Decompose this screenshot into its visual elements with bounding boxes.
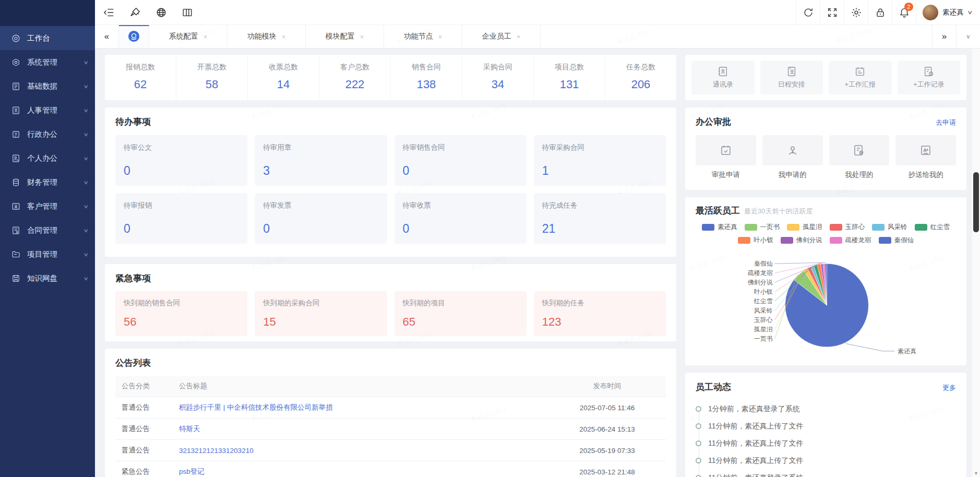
announcement-link[interactable]: 积跬步行千里 | 中企科信技术股份有限公司新举措 xyxy=(179,403,333,411)
legend-item[interactable]: 孤星泪 xyxy=(787,223,822,232)
approval-my-processed[interactable]: 我处理的 xyxy=(829,135,890,180)
sidebar-item-admin[interactable]: 行政办公 ∨ xyxy=(0,122,95,146)
legend-item[interactable]: 秦假仙 xyxy=(879,236,914,245)
stat-invoice-out[interactable]: 开票总数 58 xyxy=(176,55,248,100)
announcement-link[interactable]: 3213212121331203210 xyxy=(179,447,254,455)
more-link[interactable]: 更多 xyxy=(942,383,956,392)
go-apply-link[interactable]: 去申请 xyxy=(936,118,956,127)
legend-item[interactable]: 一页书 xyxy=(745,223,780,232)
legend-item[interactable]: 佛剑分说 xyxy=(781,236,822,245)
tabs-scroll-left-button[interactable]: « xyxy=(95,25,119,48)
sidebar-item-hr[interactable]: 人事管理 ∨ xyxy=(0,98,95,122)
announcement-table: 公告分类 公告标题 发布时间 普通公告 积跬步行千里 | 中企科信技术股份有限公… xyxy=(115,376,666,477)
close-icon[interactable]: × xyxy=(438,33,443,41)
stat-reimburse[interactable]: 报销总数 62 xyxy=(105,55,176,100)
stat-customers[interactable]: 客户总数 222 xyxy=(319,55,391,100)
tab-module-config[interactable]: 模块配置 × xyxy=(306,25,384,48)
chevron-down-icon: ∨ xyxy=(83,108,88,113)
stat-sales-contracts[interactable]: 销售合同 138 xyxy=(391,55,462,100)
announcement-link[interactable]: 特斯天 xyxy=(179,425,200,433)
tab-home[interactable] xyxy=(119,25,149,48)
legend-item[interactable]: 素还真 xyxy=(702,223,737,232)
user-menu[interactable]: 素还真 ∨ xyxy=(916,0,980,25)
stat-tasks[interactable]: 任务总数 206 xyxy=(605,55,676,100)
scrollbar-down-arrow[interactable]: ▼ xyxy=(972,471,980,476)
approval-my-applications[interactable]: 我申请的 xyxy=(762,135,823,180)
approval-apply[interactable]: 审批申请 xyxy=(696,135,756,180)
lock-screen-button[interactable] xyxy=(868,0,892,25)
collapse-menu-icon[interactable] xyxy=(103,7,115,18)
stat-purchase-contracts[interactable]: 采购合同 34 xyxy=(462,55,534,100)
quick-action-work-record[interactable]: +工作记录 xyxy=(898,61,961,94)
hr-icon xyxy=(11,106,20,115)
stat-invoice-in[interactable]: 收票总数 14 xyxy=(248,55,319,100)
urgent-sales-contract[interactable]: 快到期的销售合同 56 xyxy=(115,291,247,336)
sidebar-item-finance[interactable]: 财务管理 ∨ xyxy=(0,170,95,194)
tab-bar: « 系统配置 × 功能模块 × 模块配置 × 功能节点 × 企业员工 × » ∨ xyxy=(95,25,980,49)
legend-chip xyxy=(787,224,799,231)
fullscreen-button[interactable] xyxy=(820,0,844,25)
tab-enterprise-employee[interactable]: 企业员工 × xyxy=(462,25,541,48)
legend-item[interactable]: 红尘雪 xyxy=(915,223,950,232)
todo-item-document[interactable]: 待审公文 0 xyxy=(115,135,247,186)
todo-item-invoice[interactable]: 待审发票 0 xyxy=(255,193,387,244)
scrollbar-thumb[interactable] xyxy=(973,172,979,232)
sidebar-item-personal[interactable]: 个人办公 ∨ xyxy=(0,146,95,170)
legend-item[interactable]: 玉辞心 xyxy=(830,223,865,232)
refresh-button[interactable] xyxy=(796,0,820,25)
quick-action-contacts[interactable]: 通讯录 xyxy=(691,61,755,94)
tab-function-node[interactable]: 功能节点 × xyxy=(384,25,462,48)
todo-item-reimburse[interactable]: 待审报销 0 xyxy=(115,193,247,244)
legend-item[interactable]: 叶小钗 xyxy=(738,236,773,245)
close-icon[interactable]: × xyxy=(282,33,286,41)
pie-label: 秦假仙 xyxy=(754,260,773,267)
pie-label: 孤星泪 xyxy=(754,326,773,333)
urgent-label: 快到期的采购合同 xyxy=(263,299,378,308)
tab-function-module[interactable]: 功能模块 × xyxy=(228,25,306,48)
sidebar-item-system[interactable]: 系统管理 ∨ xyxy=(0,50,95,74)
todo-item-seal[interactable]: 待审用章 3 xyxy=(255,135,387,186)
close-icon[interactable]: × xyxy=(204,33,208,41)
sidebar-item-label: 财务管理 xyxy=(27,177,57,187)
urgent-purchase-contract[interactable]: 快到期的采购合同 15 xyxy=(255,291,387,336)
sidebar-item-base-data[interactable]: 基础数据 ∨ xyxy=(0,74,95,98)
chevron-down-icon: ∨ xyxy=(83,132,88,137)
announcement-link[interactable]: psb登记 xyxy=(179,468,205,475)
sidebar-item-workbench[interactable]: 工作台 xyxy=(0,26,95,50)
close-icon[interactable]: × xyxy=(517,33,521,41)
sidebar-item-customer[interactable]: 客户管理 ∨ xyxy=(0,194,95,218)
table-row: 普通公告 特斯天 2025-06-24 15:13 xyxy=(115,419,666,440)
language-globe-icon[interactable] xyxy=(156,7,167,18)
sidebar-item-knowledge[interactable]: 知识网盘 ∨ xyxy=(0,266,95,290)
tabs-dropdown-button[interactable]: ∨ xyxy=(956,25,980,48)
theme-brush-icon[interactable] xyxy=(129,7,141,18)
table-header-row: 公告分类 公告标题 发布时间 xyxy=(115,376,666,397)
urgent-project[interactable]: 快到期的项目 65 xyxy=(395,291,527,336)
quick-action-work-report[interactable]: +工作汇报 xyxy=(829,61,892,94)
close-icon[interactable]: × xyxy=(360,33,364,41)
tabs-scroll-right-button[interactable]: » xyxy=(932,25,956,48)
sidebar-item-label: 工作台 xyxy=(27,33,50,43)
quick-action-label: +工作记录 xyxy=(913,80,945,89)
stat-projects[interactable]: 项目总数 131 xyxy=(534,55,605,100)
legend-item[interactable]: 风采铃 xyxy=(872,223,907,232)
page-scrollbar[interactable]: ▼ xyxy=(972,49,980,477)
urgent-task[interactable]: 快到期的任务 123 xyxy=(534,291,666,336)
sidebar-item-contract[interactable]: 合同管理 ∨ xyxy=(0,218,95,242)
todo-item-task[interactable]: 待完成任务 21 xyxy=(534,193,666,244)
legend-item[interactable]: 疏楼龙宿 xyxy=(830,236,871,245)
sidebar-item-project[interactable]: 项目管理 ∨ xyxy=(0,242,95,266)
active-employees-card: 最活跃员工 最近30天前十的活跃度 素还真 一页书 孤星泪 玉辞心 风采铃 红尘… xyxy=(685,197,966,365)
legend-chip xyxy=(830,224,842,231)
sidebar-logo xyxy=(0,0,95,26)
notifications-button[interactable]: 2 xyxy=(892,0,916,25)
settings-button[interactable] xyxy=(844,0,868,25)
quick-action-schedule[interactable]: 日程安排 xyxy=(760,61,823,94)
todo-item-sales-contract[interactable]: 待审销售合同 0 xyxy=(395,135,527,186)
stat-label: 采购合同 xyxy=(462,63,533,72)
todo-item-receipt[interactable]: 待审收票 0 xyxy=(395,193,527,244)
approval-cc-to-me[interactable]: 抄送给我的 xyxy=(895,135,956,180)
tab-system-config[interactable]: 系统配置 × xyxy=(149,25,228,48)
layout-columns-icon[interactable] xyxy=(182,7,193,18)
todo-item-purchase-contract[interactable]: 待审采购合同 1 xyxy=(534,135,666,186)
